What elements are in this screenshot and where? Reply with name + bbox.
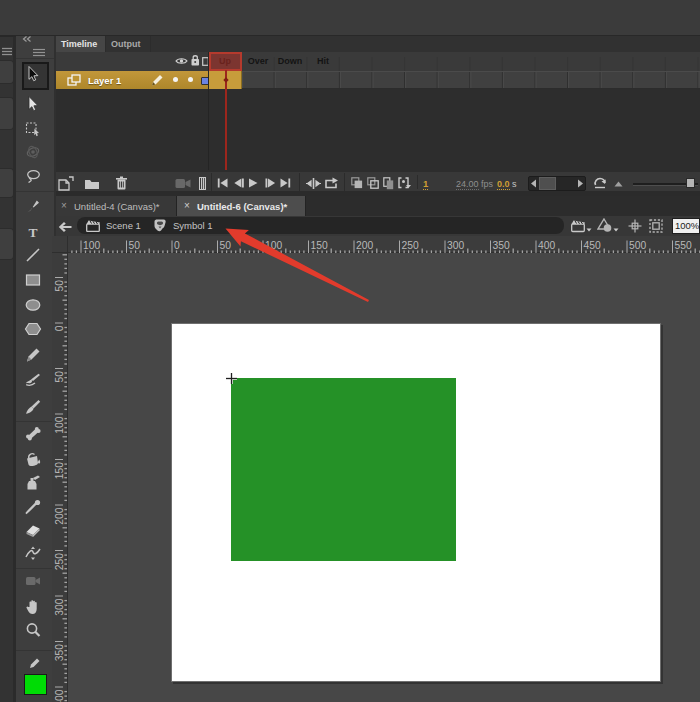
svg-text:300: 300 bbox=[447, 240, 464, 251]
svg-text:150: 150 bbox=[54, 462, 65, 479]
svg-text:0: 0 bbox=[54, 325, 65, 331]
svg-text:500: 500 bbox=[629, 240, 646, 251]
svg-text:550: 550 bbox=[675, 240, 692, 251]
svg-text:350: 350 bbox=[54, 644, 65, 661]
svg-text:100: 100 bbox=[83, 240, 100, 251]
svg-text:150: 150 bbox=[311, 240, 328, 251]
svg-text:50: 50 bbox=[54, 371, 65, 383]
svg-text:100: 100 bbox=[265, 240, 282, 251]
svg-text:T: T bbox=[28, 225, 37, 240]
svg-text:100: 100 bbox=[54, 416, 65, 433]
svg-text:200: 200 bbox=[54, 507, 65, 524]
svg-text:350: 350 bbox=[493, 240, 510, 251]
svg-text:0: 0 bbox=[174, 240, 180, 251]
svg-text:50: 50 bbox=[129, 240, 141, 251]
svg-text:200: 200 bbox=[356, 240, 373, 251]
svg-text:400: 400 bbox=[538, 240, 555, 251]
svg-text:250: 250 bbox=[402, 240, 419, 251]
svg-text:50: 50 bbox=[220, 240, 232, 251]
svg-text:450: 450 bbox=[584, 240, 601, 251]
svg-text:300: 300 bbox=[54, 598, 65, 615]
svg-text:400: 400 bbox=[54, 689, 65, 702]
svg-text:250: 250 bbox=[54, 553, 65, 570]
svg-text:50: 50 bbox=[54, 280, 65, 292]
